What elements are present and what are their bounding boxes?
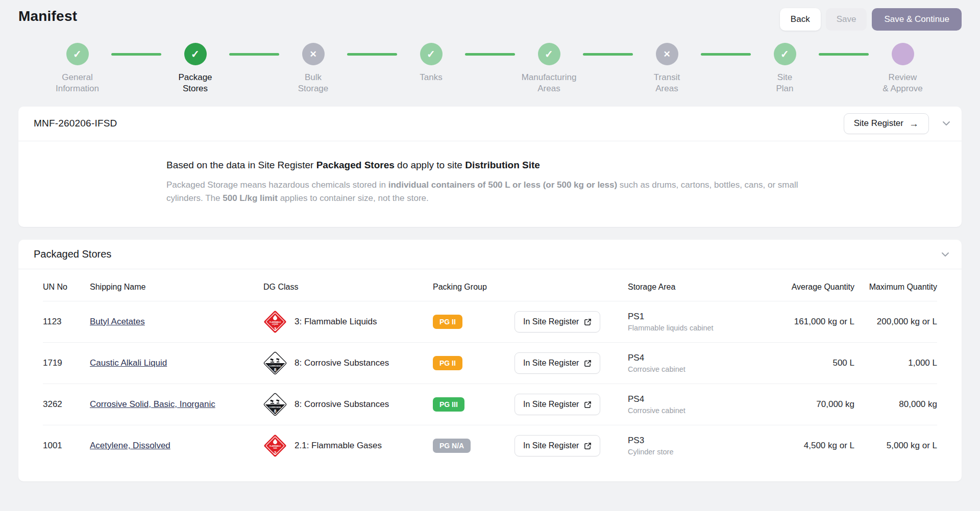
stepper-connector	[701, 53, 751, 56]
storage-area-desc: Corrosive cabinet	[628, 365, 763, 373]
shipping-name-link[interactable]: Acetylene, Dissolved	[90, 441, 170, 450]
svg-text:8: 8	[274, 408, 277, 414]
check-icon: ✓	[427, 49, 435, 59]
col-average-quantity: Average Quantity	[763, 283, 854, 292]
step-label: Stores	[178, 83, 212, 94]
col-un-no: UN No	[43, 283, 90, 292]
step-label: Review	[883, 72, 922, 83]
packing-group-badge: PG III	[433, 397, 464, 412]
svg-text:8: 8	[274, 367, 277, 372]
step-label: Information	[56, 83, 99, 94]
shipping-name-link[interactable]: Caustic Alkali Liquid	[90, 358, 167, 368]
back-button[interactable]: Back	[780, 8, 821, 31]
step-bulk-storage[interactable]: ✕ Bulk Storage	[254, 43, 372, 94]
un-number: 3262	[43, 399, 90, 410]
step-label: Site	[776, 72, 793, 83]
manifest-page: Manifest Back Save Save & Continue ✓ Gen…	[0, 0, 980, 481]
packaged-stores-header: Packaged Stores	[18, 240, 962, 269]
average-quantity: 161,000 kg or L	[763, 317, 854, 327]
check-icon: ✓	[545, 49, 553, 59]
header-actions: Back Save Save & Continue	[780, 8, 962, 31]
svg-text:GAS: GAS	[273, 447, 277, 449]
step-transit-areas[interactable]: ✕ Transit Areas	[608, 43, 726, 94]
packing-group-badge: PG II	[433, 315, 462, 329]
svg-text:3: 3	[274, 326, 276, 331]
step-general-information[interactable]: ✓ General Information	[18, 43, 136, 94]
maximum-quantity: 5,000 kg or L	[854, 441, 937, 451]
maximum-quantity: 1,000 L	[854, 358, 937, 368]
check-icon: ✓	[73, 49, 82, 59]
corrosive-icon: CORROSIVE 8	[263, 351, 287, 375]
step-review-approve[interactable]: Review & Approve	[844, 43, 962, 94]
step-package-stores[interactable]: ✓ Package Stores	[136, 43, 254, 94]
col-storage-area: Storage Area	[628, 283, 763, 292]
chevron-down-icon[interactable]	[942, 121, 950, 126]
step-label: Package	[178, 72, 212, 83]
un-number: 1001	[43, 441, 90, 451]
stepper-connector	[111, 53, 161, 56]
step-label: Storage	[298, 83, 329, 94]
storage-area-code: PS3	[628, 436, 763, 446]
site-register-button[interactable]: Site Register →	[844, 113, 929, 134]
in-site-register-button[interactable]: In Site Register	[514, 394, 600, 415]
step-label: General	[56, 72, 99, 83]
step-tanks[interactable]: ✓ Tanks	[372, 43, 490, 94]
intro-lead: Based on the data in Site Register Packa…	[166, 159, 931, 172]
storage-area-code: PS4	[628, 394, 763, 404]
wizard-stepper: ✓ General Information ✓ Package Stores ✕…	[18, 43, 962, 94]
col-dg-class: DG Class	[263, 283, 433, 292]
average-quantity: 70,000 kg	[763, 399, 854, 410]
table-header-row: UN No Shipping Name DG Class Packing Gro…	[43, 273, 937, 301]
storage-area-desc: Corrosive cabinet	[628, 406, 763, 415]
step-label: & Approve	[883, 83, 922, 94]
dg-class-label: 2.1: Flammable Gases	[295, 441, 382, 451]
maximum-quantity: 200,000 kg or L	[854, 317, 937, 327]
storage-area-desc: Flammable liquids cabinet	[628, 324, 763, 332]
storage-area-code: PS1	[628, 312, 763, 322]
step-label: Plan	[776, 83, 793, 94]
packaged-stores-table: UN No Shipping Name DG Class Packing Gro…	[18, 269, 962, 481]
page-title: Manifest	[18, 8, 77, 24]
in-site-register-button[interactable]: In Site Register	[514, 352, 600, 374]
packaged-stores-card: Packaged Stores UN No Shipping Name DG C…	[18, 240, 962, 481]
dg-class-label: 8: Corrosive Substances	[295, 358, 389, 368]
external-link-icon	[584, 318, 592, 326]
col-maximum-quantity: Maximum Quantity	[854, 283, 937, 292]
step-label: Areas	[522, 83, 577, 94]
stepper-connector	[465, 53, 515, 56]
save-button[interactable]: Save	[826, 8, 867, 31]
save-continue-button[interactable]: Save & Continue	[872, 8, 962, 31]
external-link-icon	[584, 401, 592, 408]
in-site-register-button[interactable]: In Site Register	[514, 311, 600, 333]
chevron-down-icon[interactable]	[941, 252, 949, 257]
step-label: Bulk	[298, 72, 329, 83]
dg-class-label: 8: Corrosive Substances	[295, 399, 389, 410]
storage-area-code: PS4	[628, 353, 763, 363]
x-icon: ✕	[309, 50, 316, 59]
step-label: Manufacturing	[522, 72, 577, 83]
shipping-name-link[interactable]: Butyl Acetates	[90, 317, 145, 326]
col-shipping-name: Shipping Name	[90, 283, 263, 292]
average-quantity: 500 L	[763, 358, 854, 368]
svg-text:2: 2	[274, 450, 276, 455]
shipping-name-link[interactable]: Corrosive Solid, Basic, Inorganic	[90, 399, 215, 409]
step-site-plan[interactable]: ✓ Site Plan	[726, 43, 844, 94]
step-label: Transit	[654, 72, 680, 83]
packing-group-badge: PG II	[433, 356, 462, 370]
un-number: 1719	[43, 358, 90, 368]
in-site-register-button[interactable]: In Site Register	[514, 435, 600, 456]
table-row: 3262 Corrosive Solid, Basic, Inorganic	[43, 384, 937, 425]
packing-group-badge: PG N/A	[433, 439, 471, 453]
step-manufacturing-areas[interactable]: ✓ Manufacturing Areas	[490, 43, 608, 94]
top-bar: Manifest Back Save Save & Continue	[18, 0, 962, 31]
arrow-right-icon: →	[909, 119, 919, 129]
dg-class-label: 3: Flammable Liquids	[295, 317, 377, 327]
table-row: 1001 Acetylene, Dissolved FLAMMABLE GAS …	[43, 425, 937, 466]
un-number: 1123	[43, 317, 90, 327]
flammable-gas-icon: FLAMMABLE GAS 2	[263, 434, 287, 457]
step-label: Tanks	[420, 72, 442, 83]
manifest-code: MNF-260206-IFSD	[34, 118, 117, 129]
manifest-card: MNF-260206-IFSD Site Register → Based on…	[18, 107, 962, 227]
average-quantity: 4,500 kg or L	[763, 441, 854, 451]
step-label: Areas	[654, 83, 680, 94]
